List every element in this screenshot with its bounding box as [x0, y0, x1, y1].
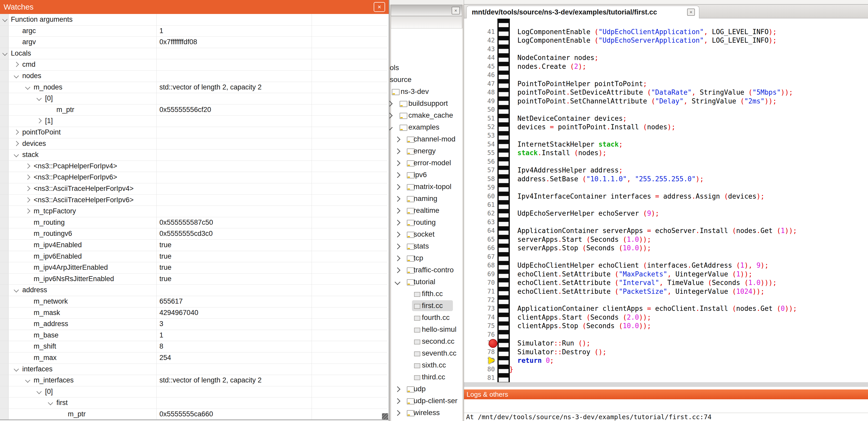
watch-row[interactable]: devices — [0, 138, 388, 150]
watch-row[interactable]: m_address3 — [0, 318, 388, 330]
code-token: LogComponentEnable — [509, 36, 594, 44]
watch-row[interactable]: interfaces — [0, 364, 388, 375]
code-token: Install — [542, 149, 574, 157]
watch-row[interactable]: first — [0, 397, 388, 409]
watch-row[interactable]: Function arguments — [0, 14, 388, 26]
management-close-icon[interactable]: × — [452, 7, 460, 14]
code-token: :: — [554, 339, 562, 347]
chevron-right-icon[interactable] — [14, 130, 19, 135]
breakpoint-margin[interactable] — [497, 19, 510, 383]
chevron-right-icon[interactable] — [14, 141, 19, 146]
code-token: ( — [623, 235, 627, 244]
line-number: 56 — [476, 157, 495, 166]
watch-name: m_routing — [34, 217, 65, 228]
chevron-right-icon[interactable] — [25, 186, 30, 191]
chevron-down-icon[interactable] — [2, 17, 7, 22]
chevron-right-icon[interactable] — [25, 163, 30, 169]
chevron-down-icon[interactable] — [2, 51, 7, 56]
watch-row[interactable]: m_mask4294967040 — [0, 307, 388, 319]
watch-row[interactable]: argc1 — [0, 25, 388, 37]
watch-row[interactable]: <ns3::PcapHelperForIpv4> — [0, 161, 388, 172]
watch-row[interactable]: m_shift8 — [0, 341, 388, 353]
code-token: . — [691, 192, 695, 200]
watch-row[interactable]: m_ipv4Enabledtrue — [0, 239, 388, 251]
watch-row[interactable]: m_ipv4ArpJitterEnabledtrue — [0, 262, 388, 273]
watch-value: 0x55555556cf20 — [159, 104, 211, 116]
line-number: 45 — [476, 62, 495, 71]
chevron-right-icon[interactable] — [25, 197, 30, 202]
watch-row[interactable]: m_nodesstd::vector of length 2, capacity… — [0, 82, 388, 93]
watch-row[interactable]: <ns3::AsciiTraceHelperForIpv4> — [0, 183, 388, 195]
code-token: ( — [582, 244, 586, 252]
code-token: ; — [619, 140, 623, 148]
watch-row[interactable]: m_routing0x555555587c50 — [0, 217, 388, 229]
chevron-down-icon[interactable] — [48, 400, 53, 405]
chevron-down-icon[interactable] — [14, 287, 19, 292]
watch-row[interactable]: m_ptr0x55555556cf20 — [0, 104, 388, 116]
chevron-right-icon[interactable] — [36, 118, 42, 123]
watch-row[interactable]: m_max254 — [0, 352, 388, 364]
watch-row[interactable]: m_base1 — [0, 330, 388, 342]
watch-row[interactable]: m_ptr0x5555555ca660 — [0, 409, 388, 420]
chevron-down-icon[interactable] — [25, 85, 30, 90]
editor-file-tab-label: mnt/dev/tools/source/ns-3-dev/examples/t… — [472, 8, 687, 16]
code-token: )); — [639, 322, 651, 330]
code-token: )); — [639, 235, 651, 244]
watches-resize-grip[interactable] — [382, 413, 388, 419]
code-token: 9 — [647, 209, 651, 217]
watch-row[interactable]: argv0x7fffffffdf08 — [0, 36, 388, 48]
breakpoint-marker[interactable] — [489, 339, 497, 348]
code-line: UdpEchoClientHelper echoClient (interfac… — [509, 261, 769, 270]
chevron-down-icon[interactable] — [36, 96, 42, 101]
watches-column-divider[interactable] — [156, 14, 157, 420]
tree-item-label: examples — [408, 121, 439, 133]
chevron-right-icon[interactable] — [25, 208, 30, 214]
watch-value: true — [159, 273, 172, 285]
code-token: ( — [586, 314, 590, 321]
chevron-down-icon[interactable] — [36, 389, 42, 394]
code-line: pointToPoint.SetChannelAttribute ("Delay… — [509, 97, 777, 105]
code-token: StringValue — [688, 97, 740, 105]
chevron-down-icon[interactable] — [14, 73, 19, 78]
watch-row[interactable]: <ns3::PcapHelperForIpv6> — [0, 172, 388, 183]
watch-row[interactable]: [1] — [0, 115, 388, 127]
watch-row[interactable]: m_routingv60x5555555cd3c0 — [0, 228, 388, 240]
editor-horizontal-scrollbar[interactable] — [464, 382, 868, 387]
code-token: nodes — [509, 63, 538, 70]
chevron-right-icon[interactable] — [14, 62, 19, 67]
watch-row[interactable]: cmd — [0, 59, 388, 71]
editor-tab-close-icon[interactable]: × — [687, 8, 695, 16]
watches-titlebar[interactable]: Watches × — [0, 0, 389, 14]
management-panel-caption[interactable]: × — [391, 5, 462, 16]
code-token: )); — [785, 304, 797, 313]
watch-row[interactable]: m_ipv6NsRsJitterEnabledtrue — [0, 273, 388, 285]
code-token: 0 — [781, 304, 785, 313]
watch-row[interactable]: nodes — [0, 70, 388, 82]
code-token: Simulator — [509, 348, 554, 356]
code-token: Stop — [562, 244, 582, 252]
watch-row[interactable]: [0] — [0, 93, 388, 104]
watch-row[interactable]: m_network655617 — [0, 296, 388, 307]
code-token: 1024 — [736, 288, 752, 295]
chevron-down-icon[interactable] — [25, 378, 30, 383]
code-token: ( — [724, 192, 728, 200]
watch-row[interactable]: [0] — [0, 386, 388, 398]
chevron-right-icon[interactable] — [25, 174, 30, 180]
watch-row[interactable]: pointToPoint — [0, 127, 388, 138]
chevron-down-icon[interactable] — [14, 366, 19, 371]
watch-row[interactable]: <ns3::AsciiTraceHelperForIpv6> — [0, 194, 388, 206]
line-number: 75 — [476, 321, 495, 330]
watch-row[interactable]: Locals — [0, 48, 388, 60]
watch-row[interactable]: m_tcpFactory — [0, 205, 388, 217]
watches-close-icon[interactable]: × — [374, 2, 385, 12]
watch-row[interactable]: m_interfacesstd::vector of length 2, cap… — [0, 375, 388, 386]
line-number: 42 — [476, 36, 495, 45]
editor-file-tab[interactable]: mnt/dev/tools/source/ns-3-dev/examples/t… — [466, 6, 699, 19]
watch-row[interactable]: m_ipv6Enabledtrue — [0, 251, 388, 262]
chevron-down-icon[interactable] — [14, 152, 19, 157]
code-token: "5Mbps" — [752, 89, 781, 96]
logs-panel-titlebar[interactable]: Logs & others — [464, 389, 868, 399]
watch-row[interactable]: address — [0, 285, 388, 296]
watch-value: true — [159, 251, 172, 262]
watch-row[interactable]: stack — [0, 149, 388, 161]
